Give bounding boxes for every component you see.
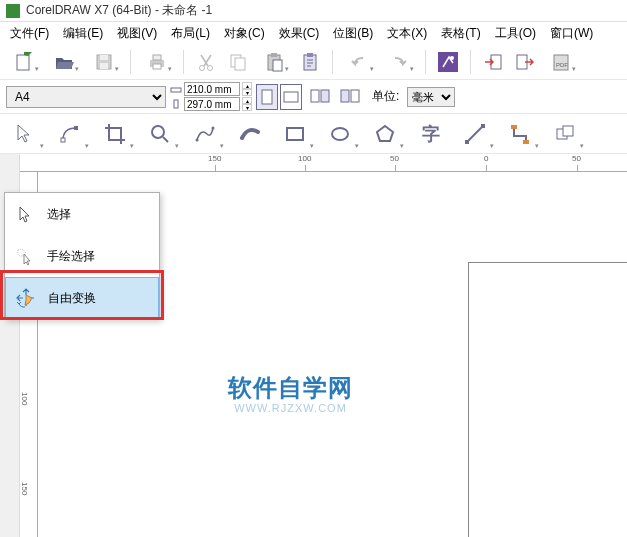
page-width-input[interactable]: [184, 82, 240, 96]
connector-tool[interactable]: ▾: [497, 115, 542, 153]
height-spinner[interactable]: ▴▾: [242, 97, 252, 111]
property-bar: A4 ▴▾ ▴▾ 单位: 毫米: [0, 80, 627, 114]
menu-text[interactable]: 文本(X): [381, 23, 433, 44]
menu-window[interactable]: 窗口(W): [544, 23, 599, 44]
menu-object[interactable]: 对象(C): [218, 23, 271, 44]
current-page-button[interactable]: [336, 83, 364, 111]
height-icon: [170, 99, 182, 109]
svg-rect-43: [563, 126, 573, 136]
menu-edit[interactable]: 编辑(E): [57, 23, 109, 44]
svg-rect-27: [321, 90, 329, 102]
svg-rect-3: [100, 63, 108, 69]
menu-effects[interactable]: 效果(C): [273, 23, 326, 44]
ellipse-tool[interactable]: ▾: [317, 115, 362, 153]
print-button[interactable]: ▾: [139, 48, 175, 76]
svg-rect-30: [61, 138, 65, 142]
title-bar: CorelDRAW X7 (64-Bit) - 未命名 -1: [0, 0, 627, 22]
svg-text:字: 字: [422, 124, 440, 144]
export-button[interactable]: [511, 48, 539, 76]
pick-tool-flyout: 选择 手绘选择 自由变换: [4, 192, 160, 320]
svg-rect-23: [174, 100, 178, 108]
svg-rect-31: [74, 126, 78, 130]
svg-rect-0: [17, 55, 29, 70]
svg-text:PDF: PDF: [556, 62, 568, 68]
zoom-tool[interactable]: ▾: [137, 115, 182, 153]
svg-rect-41: [523, 140, 529, 144]
polygon-tool[interactable]: ▾: [362, 115, 407, 153]
menu-bar: 文件(F) 编辑(E) 视图(V) 布局(L) 对象(C) 效果(C) 位图(B…: [0, 22, 627, 44]
flyout-freehand-pick-label: 手绘选择: [47, 248, 95, 265]
open-button[interactable]: ▾: [46, 48, 82, 76]
search-content-button[interactable]: [434, 48, 462, 76]
crop-tool[interactable]: ▾: [92, 115, 137, 153]
svg-rect-2: [100, 55, 108, 60]
shape-tool[interactable]: ▾: [47, 115, 92, 153]
text-tool[interactable]: 字: [407, 115, 452, 153]
svg-rect-26: [311, 90, 319, 102]
menu-tools[interactable]: 工具(O): [489, 23, 542, 44]
copy-button[interactable]: [224, 48, 252, 76]
svg-point-33: [195, 138, 198, 141]
svg-rect-10: [235, 58, 245, 70]
svg-point-32: [152, 126, 164, 138]
menu-layout[interactable]: 布局(L): [165, 23, 216, 44]
svg-rect-16: [438, 52, 458, 72]
rectangle-tool[interactable]: ▾: [272, 115, 317, 153]
menu-file[interactable]: 文件(F): [4, 23, 55, 44]
flyout-pick[interactable]: 选择: [5, 193, 159, 235]
effects-tool[interactable]: ▾: [542, 115, 587, 153]
width-spinner[interactable]: ▴▾: [242, 82, 252, 96]
svg-point-8: [208, 65, 213, 70]
svg-rect-5: [153, 55, 161, 60]
undo-button[interactable]: ▾: [341, 48, 377, 76]
svg-point-34: [211, 126, 214, 129]
import-button[interactable]: [479, 48, 507, 76]
svg-rect-24: [262, 90, 272, 104]
svg-point-17: [450, 56, 454, 60]
flyout-pick-label: 选择: [47, 206, 71, 223]
standard-toolbar: ▾ ▾ ▾ ▾ ▾ ▾ ▾ PDF: [0, 44, 627, 80]
window-title: CorelDRAW X7 (64-Bit) - 未命名 -1: [26, 2, 212, 19]
pick-tool[interactable]: ▾: [2, 115, 47, 153]
paper-size-select[interactable]: A4: [6, 86, 166, 108]
watermark-title: 软件自学网: [228, 372, 353, 404]
paste-button[interactable]: ▾: [256, 48, 292, 76]
menu-view[interactable]: 视图(V): [111, 23, 163, 44]
svg-rect-12: [271, 53, 277, 57]
clipboard-button[interactable]: [296, 48, 324, 76]
secondary-toolbar: ▾ ▾ ▾ ▾ ▾ ▾ ▾ ▾ 字 ▾ ▾ ▾: [0, 114, 627, 154]
new-button[interactable]: ▾: [6, 48, 42, 76]
flyout-free-transform-label: 自由变换: [48, 290, 96, 307]
svg-rect-38: [465, 140, 469, 144]
page-height-input[interactable]: [184, 97, 240, 111]
artistic-media-tool[interactable]: [227, 115, 272, 153]
svg-rect-13: [273, 60, 282, 71]
watermark: 软件自学网 WWW.RJZXW.COM: [228, 372, 353, 414]
menu-bitmap[interactable]: 位图(B): [327, 23, 379, 44]
save-button[interactable]: ▾: [86, 48, 122, 76]
landscape-button[interactable]: [280, 84, 302, 110]
cut-button[interactable]: [192, 48, 220, 76]
svg-rect-28: [341, 90, 349, 102]
pick-icon: [13, 202, 37, 226]
dimension-tool[interactable]: ▾: [452, 115, 497, 153]
redo-button[interactable]: ▾: [381, 48, 417, 76]
watermark-url: WWW.RJZXW.COM: [228, 402, 353, 414]
page: [468, 262, 627, 537]
freehand-tool[interactable]: ▾: [182, 115, 227, 153]
all-pages-button[interactable]: [306, 83, 334, 111]
publish-pdf-button[interactable]: PDF ▾: [543, 48, 579, 76]
width-icon: [170, 84, 182, 94]
horizontal-ruler[interactable]: 150 100 50 0 50: [20, 154, 627, 172]
units-select[interactable]: 毫米: [407, 87, 455, 107]
flyout-free-transform[interactable]: 自由变换: [5, 277, 159, 319]
freehand-pick-icon: [13, 244, 37, 268]
app-logo-icon: [6, 4, 20, 18]
svg-rect-22: [171, 88, 181, 92]
flyout-freehand-pick[interactable]: 手绘选择: [5, 235, 159, 277]
portrait-button[interactable]: [256, 84, 278, 110]
svg-rect-15: [307, 53, 313, 57]
menu-table[interactable]: 表格(T): [435, 23, 486, 44]
svg-rect-25: [284, 92, 298, 102]
svg-rect-40: [511, 125, 517, 129]
